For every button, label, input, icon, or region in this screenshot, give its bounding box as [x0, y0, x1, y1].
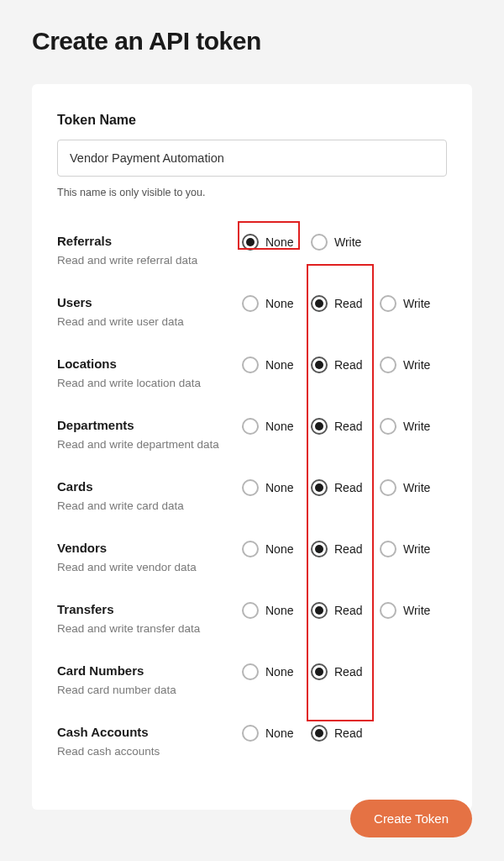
- perm-info: Cash AccountsRead cash accounts: [57, 725, 242, 759]
- radio-users-none[interactable]: None: [242, 295, 296, 312]
- permissions-list: ReferralsRead and write referral dataNon…: [57, 227, 447, 779]
- perm-info: ReferralsRead and write referral data: [57, 234, 242, 268]
- radio-locations-write[interactable]: Write: [380, 357, 433, 373]
- radio-cash_accounts-none[interactable]: None: [242, 725, 296, 742]
- perm-desc: Read and write vendor data: [57, 560, 235, 575]
- perm-title: Vendors: [57, 541, 235, 557]
- perm-row-referrals: ReferralsRead and write referral dataNon…: [57, 227, 447, 288]
- radio-departments-none[interactable]: None: [242, 418, 296, 435]
- radio-label: None: [265, 726, 293, 740]
- perm-options: NoneReadWrite: [242, 602, 433, 619]
- radio-transfers-write[interactable]: Write: [380, 602, 433, 619]
- perm-row-locations: LocationsRead and write location dataNon…: [57, 350, 447, 411]
- radio-circle-icon: [311, 234, 328, 251]
- radio-cards-read[interactable]: Read: [311, 479, 365, 496]
- radio-departments-read[interactable]: Read: [311, 418, 365, 435]
- perm-row-cash_accounts: Cash AccountsRead cash accountsNoneRead: [57, 718, 447, 779]
- perm-row-transfers: TransfersRead and write transfer dataNon…: [57, 595, 447, 657]
- radio-label: None: [265, 297, 293, 310]
- radio-users-write[interactable]: Write: [380, 295, 433, 312]
- perm-options: NoneReadWrite: [242, 295, 433, 312]
- radio-circle-icon: [242, 295, 259, 312]
- radio-users-read[interactable]: Read: [311, 295, 365, 312]
- radio-label: Write: [403, 420, 430, 433]
- radio-circle-icon: [242, 357, 259, 373]
- radio-circle-icon: [311, 357, 328, 373]
- perm-desc: Read card number data: [57, 683, 235, 698]
- perm-desc: Read and write card data: [57, 499, 235, 514]
- radio-departments-write[interactable]: Write: [380, 418, 433, 435]
- perm-info: LocationsRead and write location data: [57, 357, 242, 391]
- radio-circle-icon: [380, 418, 396, 435]
- radio-referrals-none[interactable]: None: [242, 234, 296, 251]
- radio-label: Read: [334, 420, 362, 433]
- perm-title: Users: [57, 295, 235, 311]
- perm-title: Locations: [57, 357, 235, 372]
- perm-row-departments: DepartmentsRead and write department dat…: [57, 411, 447, 473]
- token-name-input[interactable]: [57, 140, 447, 177]
- radio-cards-none[interactable]: None: [242, 479, 296, 496]
- perm-info: UsersRead and write user data: [57, 295, 242, 330]
- radio-label: None: [265, 420, 293, 433]
- radio-label: Write: [334, 235, 361, 249]
- radio-circle-icon: [242, 663, 259, 680]
- radio-label: Read: [334, 358, 362, 372]
- radio-circle-icon: [242, 602, 259, 619]
- perm-options: NoneReadWrite: [242, 541, 433, 557]
- radio-circle-icon: [380, 357, 396, 373]
- radio-vendors-read[interactable]: Read: [311, 541, 365, 557]
- radio-vendors-none[interactable]: None: [242, 541, 296, 557]
- radio-label: Write: [403, 481, 430, 494]
- radio-card_numbers-none[interactable]: None: [242, 663, 296, 680]
- radio-circle-icon: [242, 234, 259, 251]
- radio-card_numbers-read[interactable]: Read: [311, 663, 365, 680]
- radio-circle-icon: [311, 418, 328, 435]
- radio-circle-icon: [311, 541, 328, 557]
- radio-circle-icon: [311, 663, 328, 680]
- perm-info: VendorsRead and write vendor data: [57, 541, 242, 575]
- perm-info: TransfersRead and write transfer data: [57, 602, 242, 637]
- perm-title: Referrals: [57, 234, 235, 250]
- create-token-button[interactable]: Create Token: [350, 800, 472, 837]
- perm-row-users: UsersRead and write user dataNoneReadWri…: [57, 288, 447, 350]
- perm-title: Cards: [57, 479, 235, 495]
- radio-cash_accounts-read[interactable]: Read: [311, 725, 365, 742]
- token-card: Token Name This name is only visible to …: [32, 84, 472, 810]
- perm-row-cards: CardsRead and write card dataNoneReadWri…: [57, 473, 447, 534]
- perm-title: Cash Accounts: [57, 725, 235, 741]
- radio-cards-write[interactable]: Write: [380, 479, 433, 496]
- radio-locations-read[interactable]: Read: [311, 357, 365, 373]
- radio-label: Read: [334, 604, 362, 617]
- radio-label: Write: [403, 604, 430, 617]
- radio-label: Read: [334, 726, 362, 740]
- perm-row-vendors: VendorsRead and write vendor dataNoneRea…: [57, 534, 447, 595]
- perm-options: NoneRead: [242, 663, 365, 680]
- perm-info: CardsRead and write card data: [57, 479, 242, 514]
- radio-locations-none[interactable]: None: [242, 357, 296, 373]
- token-name-label: Token Name: [57, 113, 447, 128]
- radio-label: Read: [334, 665, 362, 679]
- token-name-helper: This name is only visible to you.: [57, 187, 447, 198]
- perm-options: NoneReadWrite: [242, 479, 433, 496]
- radio-label: None: [265, 542, 293, 556]
- perm-title: Transfers: [57, 602, 235, 618]
- radio-circle-icon: [380, 295, 396, 312]
- radio-label: Write: [403, 297, 430, 310]
- radio-circle-icon: [242, 479, 259, 496]
- radio-label: Read: [334, 542, 362, 556]
- radio-label: None: [265, 235, 293, 249]
- perm-desc: Read and write transfer data: [57, 621, 235, 637]
- perm-options: NoneWrite: [242, 234, 365, 251]
- radio-circle-icon: [242, 541, 259, 557]
- perm-desc: Read and write department data: [57, 437, 235, 452]
- radio-vendors-write[interactable]: Write: [380, 541, 433, 557]
- perm-options: NoneReadWrite: [242, 418, 433, 435]
- radio-circle-icon: [380, 479, 396, 496]
- radio-transfers-read[interactable]: Read: [311, 602, 365, 619]
- perm-title: Card Numbers: [57, 663, 235, 679]
- radio-label: None: [265, 604, 293, 617]
- perm-options: NoneReadWrite: [242, 357, 433, 373]
- perm-info: Card NumbersRead card number data: [57, 663, 242, 698]
- radio-transfers-none[interactable]: None: [242, 602, 296, 619]
- radio-referrals-write[interactable]: Write: [311, 234, 365, 251]
